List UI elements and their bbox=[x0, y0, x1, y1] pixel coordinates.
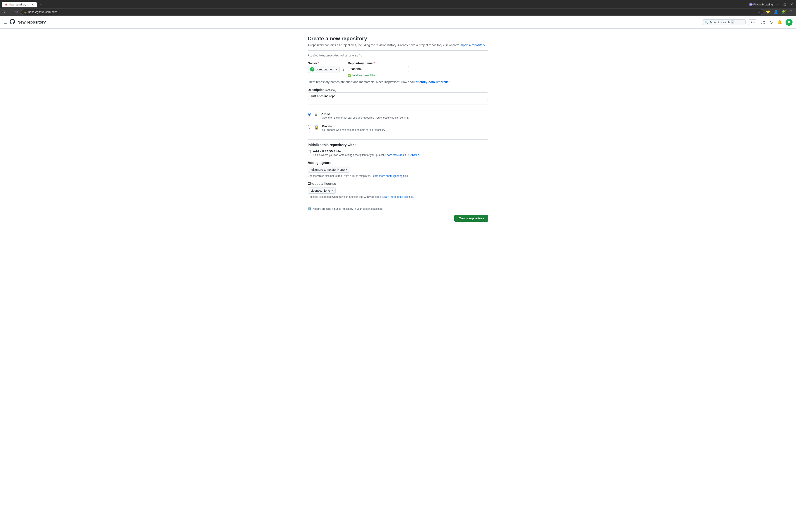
browser-controls-right: 🕶 Private browsing — □ ✕ bbox=[749, 2, 794, 7]
owner-value-text: boredcatmom bbox=[316, 68, 334, 71]
bookmark-star-icon: ☆ bbox=[758, 10, 760, 14]
user-avatar[interactable]: B bbox=[785, 19, 793, 26]
description-label: Description (optional) bbox=[308, 88, 488, 92]
main-content: Create a new repository A repository con… bbox=[304, 28, 492, 532]
search-keyboard-shortcut: / bbox=[731, 20, 734, 24]
license-hint-text: A license tells others what they can and… bbox=[308, 195, 382, 198]
license-label-text: License: None bbox=[311, 189, 330, 192]
public-option-text: Public Anyone on the internet can see th… bbox=[321, 112, 409, 119]
github-logo[interactable] bbox=[10, 19, 15, 25]
owner-group: Owner * B boredcatmom ▾ bbox=[308, 61, 339, 73]
close-button[interactable]: ✕ bbox=[789, 2, 794, 7]
suggested-repo-name-link[interactable]: friendly-octo-umbrella bbox=[416, 80, 449, 84]
tab-title: New repository bbox=[9, 3, 30, 6]
learn-more-readme-link[interactable]: Learn more about READMEs. bbox=[385, 153, 420, 156]
header-divider bbox=[308, 50, 488, 51]
public-radio[interactable] bbox=[308, 113, 311, 116]
forward-button[interactable]: › bbox=[8, 9, 12, 15]
refresh-button[interactable]: ↻ bbox=[14, 9, 19, 15]
repo-name-label: Repository name * bbox=[348, 61, 409, 65]
create-repository-button[interactable]: Create repository bbox=[454, 215, 488, 222]
notifications-icon[interactable]: 🔔 bbox=[776, 19, 783, 25]
browser-tab-active[interactable]: 🐙 New repository ✕ bbox=[2, 2, 37, 7]
github-header-right: 🔍 Type / to search / + ▾ ⎇ ⊙ 🔔 B bbox=[702, 19, 793, 26]
owner-chevron-icon: ▾ bbox=[336, 68, 337, 71]
gitignore-section: Add .gitignore .gitignore template: None… bbox=[308, 161, 488, 177]
initialize-title: Initialize this repository with: bbox=[308, 143, 488, 147]
private-browsing-label: Private browsing bbox=[754, 3, 773, 6]
inspiration-prefix: Great repository names are short and mem… bbox=[308, 80, 415, 84]
bookmarks-icon[interactable]: ⭐ bbox=[765, 9, 771, 15]
check-circle-icon: ✅ bbox=[348, 74, 351, 77]
extensions-icon[interactable]: 🧩 bbox=[781, 9, 787, 15]
private-option-text: Private You choose who can see and commi… bbox=[322, 125, 386, 132]
private-title: Private bbox=[322, 125, 386, 128]
menu-icon[interactable]: ☰ bbox=[789, 9, 793, 15]
global-search[interactable]: 🔍 Type / to search / bbox=[702, 19, 746, 25]
public-title: Public bbox=[321, 112, 409, 116]
readme-description: This is where you can write a long descr… bbox=[313, 153, 420, 156]
new-tab-button[interactable]: + bbox=[38, 1, 44, 7]
license-dropdown[interactable]: License: None ▾ bbox=[308, 188, 336, 194]
warning-section: ℹ️ You are creating a public repository … bbox=[308, 207, 488, 210]
owner-label-text: Owner bbox=[308, 61, 317, 65]
page-title: New repository bbox=[17, 20, 46, 25]
gitignore-chevron-icon: ▾ bbox=[346, 168, 347, 171]
gitignore-label-text: .gitignore template: None bbox=[311, 168, 345, 171]
readme-checkbox[interactable] bbox=[308, 150, 311, 153]
visibility-divider bbox=[308, 104, 488, 104]
description-input[interactable] bbox=[308, 92, 488, 100]
browser-nav-bar: ‹ › ↻ 🔒 https://github.com/new ☆ ⭐ 👤 🧩 ☰ bbox=[0, 7, 796, 16]
readme-desc-text: This is where you can write a long descr… bbox=[313, 153, 385, 156]
add-chevron-icon: ▾ bbox=[753, 20, 755, 24]
visibility-section: 🖥 Public Anyone on the internet can see … bbox=[308, 110, 488, 134]
repo-name-group: Repository name * ✅ sandbox is available… bbox=[348, 61, 409, 77]
public-icon: 🖥 bbox=[314, 112, 318, 117]
learn-more-license-link[interactable]: Learn more about licenses. bbox=[383, 195, 414, 198]
warning-text: You are creating a public repository in … bbox=[312, 207, 383, 210]
private-browsing-badge: 🕶 Private browsing bbox=[749, 3, 773, 6]
inspiration-paragraph: Great repository names are short and mem… bbox=[308, 80, 488, 84]
tab-close-button[interactable]: ✕ bbox=[32, 3, 34, 6]
url-text: https://github.com/new bbox=[29, 10, 756, 14]
back-button[interactable]: ‹ bbox=[3, 9, 6, 15]
private-option: 🔒 Private You choose who can see and com… bbox=[308, 122, 488, 134]
initialize-section: Initialize this repository with: Add a R… bbox=[308, 143, 488, 156]
maximize-button[interactable]: □ bbox=[782, 2, 787, 7]
subtitle-text: A repository contains all project files,… bbox=[308, 43, 459, 47]
github-header: ☰ New repository 🔍 Type / to search / + … bbox=[0, 16, 796, 28]
minimize-button[interactable]: — bbox=[774, 2, 780, 7]
window-controls: — □ ✕ bbox=[774, 2, 794, 7]
required-fields-note: Required fields are marked with an aster… bbox=[308, 54, 488, 57]
repo-name-input[interactable] bbox=[348, 66, 409, 72]
description-label-text: Description bbox=[308, 88, 325, 92]
readme-option-text: Add a README file This is where you can … bbox=[313, 150, 420, 156]
issues-icon[interactable]: ⊙ bbox=[769, 19, 774, 25]
form-footer: Create repository bbox=[308, 215, 488, 222]
new-item-button[interactable]: + ▾ bbox=[748, 19, 757, 25]
repo-name-label-text: Repository name bbox=[348, 61, 373, 65]
profile-icon[interactable]: 👤 bbox=[773, 9, 779, 15]
info-circle-icon: ℹ️ bbox=[308, 207, 311, 210]
license-hint: A license tells others what they can and… bbox=[308, 195, 488, 198]
learn-more-gitignore-link[interactable]: Learn more about ignoring files. bbox=[372, 174, 408, 177]
gitignore-dropdown[interactable]: .gitignore template: None ▾ bbox=[308, 167, 350, 173]
readme-option: Add a README file This is where you can … bbox=[308, 150, 488, 156]
private-radio[interactable] bbox=[308, 125, 311, 129]
form-title: Create a new repository bbox=[308, 36, 488, 42]
license-title: Choose a license bbox=[308, 182, 488, 186]
plus-icon: + bbox=[751, 20, 752, 24]
import-repository-link[interactable]: Import a repository. bbox=[460, 43, 486, 47]
search-placeholder-text: Type / to search bbox=[709, 21, 730, 24]
hamburger-menu-icon[interactable]: ☰ bbox=[3, 20, 7, 25]
license-chevron-icon: ▾ bbox=[331, 189, 333, 192]
pull-requests-icon[interactable]: ⎇ bbox=[760, 19, 766, 25]
repo-name-required-star: * bbox=[374, 61, 375, 65]
license-section: Choose a license License: None ▾ A licen… bbox=[308, 182, 488, 198]
description-group: Description (optional) bbox=[308, 88, 488, 100]
lock-icon: 🔒 bbox=[24, 11, 27, 14]
owner-dropdown[interactable]: B boredcatmom ▾ bbox=[308, 66, 339, 73]
browser-chrome: 🐙 New repository ✕ + 🕶 Private browsing … bbox=[0, 0, 796, 16]
nav-right-icons: ⭐ 👤 🧩 ☰ bbox=[765, 9, 793, 15]
address-bar[interactable]: 🔒 https://github.com/new ☆ bbox=[21, 9, 763, 15]
